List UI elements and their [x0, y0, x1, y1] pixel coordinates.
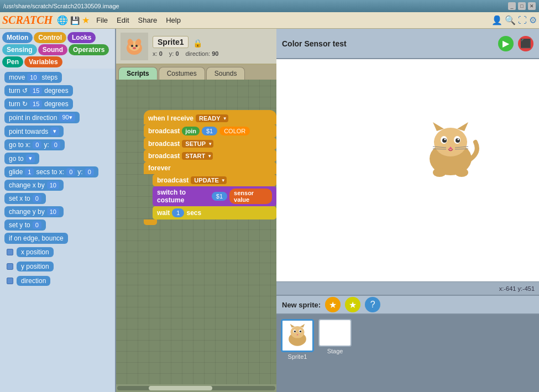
- checkbox-y-position[interactable]: [7, 263, 13, 270]
- svg-point-4: [131, 45, 133, 47]
- block-goto-xy[interactable]: go to x: 0 y: 0: [4, 139, 65, 150]
- block-forever[interactable]: forever: [144, 162, 276, 174]
- menu-share[interactable]: Share: [138, 16, 158, 24]
- block-set-x[interactable]: set x to 0: [4, 193, 46, 204]
- block-check-y-position[interactable]: y position: [4, 260, 111, 273]
- block-move[interactable]: move 10 steps: [4, 72, 62, 83]
- block-check-direction[interactable]: direction: [4, 275, 111, 287]
- svg-point-30: [294, 331, 296, 332]
- block-turn-cw[interactable]: turn ↻ 15 degrees: [4, 98, 73, 109]
- sprite-list: Sprite1 Stage: [276, 315, 539, 392]
- svg-point-5: [135, 45, 138, 47]
- new-sprite-bar: New sprite: ★ ★ ?: [276, 295, 539, 315]
- cat-looks-button[interactable]: Looks: [67, 32, 96, 43]
- svg-point-22: [433, 168, 446, 177]
- cat-motion-button[interactable]: Motion: [2, 32, 33, 43]
- block-list: move 10 steps turn ↺ 15 degrees turn ↻ 1…: [0, 69, 115, 392]
- stage-title: Color Sensor test: [282, 39, 347, 48]
- star-icon[interactable]: ★: [82, 15, 90, 25]
- menu-right: 👤 🔍 ⛶ ⚙: [491, 15, 537, 25]
- sprite1-preview: [284, 322, 311, 349]
- update-dropdown[interactable]: UPDATE: [191, 176, 226, 184]
- block-turn-ccw[interactable]: turn ↺ 15 degrees: [4, 85, 73, 96]
- block-broadcast-setup[interactable]: broadcast SETUP: [144, 138, 276, 150]
- tab-sounds[interactable]: Sounds: [206, 67, 245, 80]
- scrollbar-track[interactable]: [117, 386, 275, 390]
- checkbox-x-position[interactable]: [7, 249, 13, 255]
- tab-costumes[interactable]: Costumes: [159, 67, 205, 80]
- block-glide[interactable]: glide 1 secs to x: 0 y: 0: [4, 166, 98, 177]
- setup-dropdown[interactable]: SETUP: [182, 140, 213, 148]
- titlebar-title: /usr/share/scratch/Scratch20130509.image: [3, 3, 119, 9]
- add-sprite-help-button[interactable]: ?: [365, 297, 380, 312]
- stage-controls: ▶ ⬛: [498, 36, 533, 51]
- cat-pen-button[interactable]: Pen: [2, 56, 23, 67]
- sprite-item-sprite1[interactable]: Sprite1: [281, 319, 314, 360]
- scripts-canvas[interactable]: when I receive READY broadcast join $1 C…: [116, 80, 276, 384]
- minimize-button[interactable]: _: [508, 2, 516, 10]
- cat-variables-button[interactable]: Variables: [24, 56, 62, 67]
- sprite1-label: Sprite1: [288, 353, 307, 360]
- stage-thumbnail[interactable]: [318, 319, 352, 347]
- menu-edit[interactable]: Edit: [117, 16, 129, 24]
- menu-help[interactable]: Help: [166, 16, 181, 24]
- sprite-preview-image: [122, 34, 147, 59]
- block-goto[interactable]: go to ▾: [4, 153, 39, 164]
- block-point-direction[interactable]: point in direction 90▾: [4, 112, 80, 123]
- block-check-x-position[interactable]: x position: [4, 246, 111, 258]
- block-broadcast-start[interactable]: broadcast START: [144, 150, 276, 162]
- globe-icon[interactable]: 🌐: [57, 15, 68, 25]
- block-change-x[interactable]: change x by 10: [4, 180, 64, 191]
- cat-control-button[interactable]: Control: [34, 32, 66, 43]
- cat-sprite: [417, 120, 484, 181]
- svg-point-31: [300, 331, 301, 332]
- cat-sound-button[interactable]: Sound: [38, 44, 67, 55]
- main-area: Motion Control Looks Sensing Sound Opera…: [0, 29, 539, 392]
- svg-point-6: [133, 47, 136, 49]
- block-broadcast-join-color[interactable]: broadcast join $1 COLOR: [144, 124, 276, 138]
- menu-file[interactable]: File: [96, 16, 108, 24]
- menu-items: File Edit Share Help: [96, 16, 181, 24]
- stage-coords: x:-641 y:-451: [276, 281, 539, 295]
- sprite-item-stage[interactable]: Stage: [318, 319, 352, 354]
- receive-dropdown[interactable]: READY: [196, 114, 228, 122]
- maximize-button[interactable]: □: [518, 2, 526, 10]
- sprite1-thumbnail[interactable]: [281, 319, 314, 352]
- block-switch-costume[interactable]: switch to costume $1 sensor value: [153, 186, 276, 206]
- category-buttons: Motion Control Looks Sensing Sound Opera…: [0, 29, 115, 69]
- sprite-thumbnail: [121, 33, 148, 60]
- settings-icon[interactable]: ⚙: [529, 15, 537, 25]
- cat-sensing-button[interactable]: Sensing: [2, 44, 37, 55]
- add-sprite-from-file-button[interactable]: ★: [325, 297, 341, 312]
- coords-display: x:-641 y:-451: [499, 285, 535, 292]
- checkbox-direction[interactable]: [7, 278, 13, 284]
- cat-operators-button[interactable]: Operators: [69, 44, 109, 55]
- script-tabs: Scripts Costumes Sounds: [116, 65, 276, 80]
- profile-icon[interactable]: 👤: [491, 15, 503, 25]
- block-point-towards[interactable]: point towards ▾: [4, 126, 64, 137]
- block-change-y[interactable]: change y by 10: [4, 206, 64, 217]
- stage-canvas: [276, 59, 539, 281]
- horizontal-scrollbar[interactable]: [116, 384, 276, 392]
- stage-header: Color Sensor test ▶ ⬛: [276, 29, 539, 59]
- add-sprite-random-button[interactable]: ★: [345, 297, 360, 312]
- search-icon[interactable]: 🔍: [505, 15, 516, 25]
- left-panel: Motion Control Looks Sensing Sound Opera…: [0, 29, 116, 392]
- block-if-edge[interactable]: if on edge, bounce: [4, 233, 68, 244]
- block-broadcast-update[interactable]: broadcast UPDATE: [153, 174, 276, 186]
- fullscreen-icon[interactable]: ⛶: [518, 15, 527, 25]
- sprite-name[interactable]: Sprite1: [153, 36, 189, 48]
- scrollbar-thumb[interactable]: [149, 386, 212, 390]
- svg-point-8: [434, 128, 467, 156]
- start-dropdown[interactable]: START: [182, 152, 213, 160]
- new-sprite-label: New sprite:: [282, 301, 321, 309]
- close-button[interactable]: ✕: [528, 2, 536, 10]
- stop-button[interactable]: ⬛: [518, 36, 533, 51]
- green-flag-button[interactable]: ▶: [498, 36, 514, 51]
- titlebar: /usr/share/scratch/Scratch20130509.image…: [0, 0, 539, 12]
- block-set-y[interactable]: set y to 0: [4, 219, 46, 231]
- block-wait[interactable]: wait 1 secs: [153, 206, 276, 219]
- block-when-receive[interactable]: when I receive READY: [144, 110, 276, 124]
- tab-scripts[interactable]: Scripts: [118, 67, 158, 80]
- save-icon[interactable]: 💾: [70, 16, 80, 25]
